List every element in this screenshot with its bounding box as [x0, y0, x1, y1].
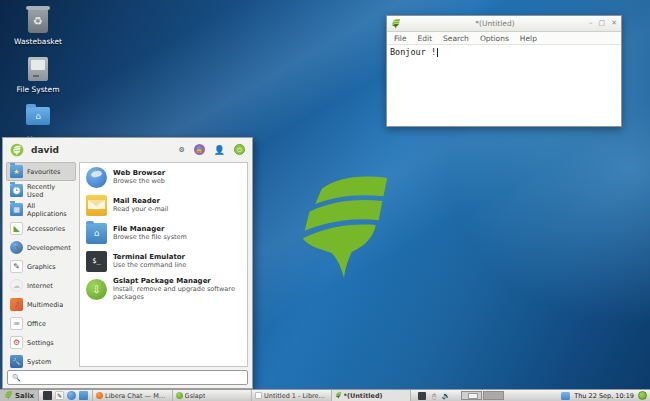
- desktop-icon-wastebasket[interactable]: ♻ Wastebasket: [6, 8, 70, 46]
- display-tray-icon[interactable]: [561, 392, 570, 400]
- graphics-icon: ✎: [10, 260, 23, 273]
- wastebasket-icon: ♻: [25, 9, 51, 35]
- editor-text: Bonjour !: [390, 47, 436, 57]
- editor-launcher-icon[interactable]: ✎: [55, 391, 64, 400]
- applications-menu-button[interactable]: Salix: [0, 390, 39, 401]
- category-favourites[interactable]: ★ Favourites: [6, 162, 76, 181]
- menu-edit[interactable]: Edit: [418, 34, 433, 43]
- username: david: [31, 145, 178, 155]
- taskbar-window-firefox[interactable]: Libera Chat — Mozilla Fi: [93, 390, 173, 401]
- settings-category-icon: ⚙: [10, 336, 23, 349]
- firefox-icon: [96, 392, 103, 399]
- menu-file[interactable]: File: [394, 34, 407, 43]
- lock-screen-icon[interactable]: 🔒: [194, 144, 205, 155]
- editor-text-area[interactable]: Bonjour !: [387, 45, 621, 125]
- application-list: Web Browser Browse the web Mail Reader R…: [79, 162, 248, 367]
- workspace-1[interactable]: [461, 391, 482, 400]
- favourites-icon: ★: [10, 165, 23, 178]
- shutdown-icon[interactable]: ⏻: [234, 144, 245, 155]
- window-list: Libera Chat — Mozilla Fi Gslapt Untitled…: [93, 390, 411, 401]
- app-mail-reader[interactable]: Mail Reader Read your e-mail: [80, 191, 247, 219]
- editor-titlebar[interactable]: *(Untitled) – ▢ ✕: [387, 16, 621, 32]
- category-label: Recently Used: [27, 183, 72, 199]
- volume-icon[interactable]: 🔉: [442, 392, 450, 400]
- menu-header: david ⚙ 🔒 👤 ⏻: [3, 138, 252, 161]
- category-office[interactable]: ≡ Office: [6, 314, 76, 333]
- menu-search[interactable]: Search: [443, 34, 469, 43]
- desktop-icon-file-system[interactable]: File System: [6, 56, 70, 94]
- multimedia-icon: ♪: [10, 298, 23, 311]
- desktop-icon-label: File System: [6, 85, 70, 94]
- salix-leaf-icon: [335, 392, 342, 399]
- app-title: Gslapt Package Manager: [113, 277, 241, 285]
- menu-button-label: Salix: [15, 392, 34, 400]
- menu-help[interactable]: Help: [520, 34, 537, 43]
- salix-logo: [297, 174, 393, 280]
- internet-icon: ☁: [10, 279, 23, 292]
- app-description: Browse the web: [113, 177, 165, 185]
- category-multimedia[interactable]: ♪ Multimedia: [6, 295, 76, 314]
- salix-leaf-icon: [391, 19, 401, 29]
- office-icon: ≡: [10, 317, 23, 330]
- libreoffice-doc-icon: [255, 392, 262, 399]
- gslapt-tray-icon: [176, 392, 183, 399]
- taskbar-window-gslapt[interactable]: Gslapt: [173, 390, 253, 401]
- menu-options[interactable]: Options: [480, 34, 509, 43]
- minimize-icon[interactable]: –: [589, 20, 593, 27]
- category-graphics[interactable]: ✎ Graphics: [6, 257, 76, 276]
- app-file-manager[interactable]: ⌂ File Manager Browse the file system: [80, 219, 247, 247]
- browser-launcher-icon[interactable]: [67, 391, 76, 400]
- category-system[interactable]: 🔧 System: [6, 352, 76, 371]
- workspace-pager: [461, 391, 504, 400]
- category-accessories[interactable]: ◣ Accessories: [6, 219, 76, 238]
- mail-reader-icon: [86, 195, 107, 216]
- app-description: Browse the file system: [113, 233, 187, 241]
- category-label: System: [27, 358, 51, 366]
- editor-menubar: File Edit Search Options Help: [387, 32, 621, 45]
- accessories-icon: ◣: [10, 222, 23, 235]
- tray-app-icon[interactable]: [418, 392, 426, 400]
- clock[interactable]: Thu 22 Sep, 10:19: [574, 392, 634, 400]
- app-web-browser[interactable]: Web Browser Browse the web: [80, 163, 247, 191]
- search-input[interactable]: [24, 372, 243, 383]
- app-terminal-emulator[interactable]: $_ Terminal Emulator Use the command lin…: [80, 247, 247, 275]
- desktop-icon-label: Wastebasket: [6, 37, 70, 46]
- category-label: Internet: [27, 282, 53, 290]
- category-recently-used[interactable]: 🕒 Recently Used: [6, 181, 76, 200]
- mouse-settings-icon[interactable]: 🖰: [430, 392, 438, 400]
- category-all-applications[interactable]: ▦ All Applications: [6, 200, 76, 219]
- menu-search-box[interactable]: 🔍: [7, 370, 248, 385]
- taskbar: Salix ✎ Libera Chat — Mozilla Fi Gslapt …: [0, 389, 650, 401]
- development-icon: 🔨: [10, 241, 23, 254]
- category-internet[interactable]: ☁ Internet: [6, 276, 76, 295]
- category-development[interactable]: 🔨 Development: [6, 238, 76, 257]
- window-title: *(Untitled): [401, 19, 589, 28]
- category-settings[interactable]: ⚙ Settings: [6, 333, 76, 352]
- close-icon[interactable]: ✕: [611, 20, 617, 27]
- app-title: Web Browser: [113, 169, 165, 177]
- app-description: Read your e-mail: [113, 205, 168, 213]
- app-title: Mail Reader: [113, 197, 168, 205]
- taskbar-window-libreoffice[interactable]: Untitled 1 - LibreOffice W: [252, 390, 332, 401]
- category-label: Graphics: [27, 263, 56, 271]
- home-folder-icon: ⌂: [25, 107, 51, 133]
- recently-used-icon: 🕒: [10, 184, 23, 197]
- user-avatar-salix-icon: [10, 143, 24, 157]
- system-icon: 🔧: [10, 355, 23, 368]
- window-button-label: Untitled 1 - LibreOffice W: [264, 392, 328, 400]
- taskbar-right: Thu 22 Sep, 10:19: [561, 391, 650, 400]
- app-description: Install, remove and upgrade software pac…: [113, 285, 241, 301]
- app-gslapt[interactable]: ⇩ Gslapt Package Manager Install, remove…: [80, 275, 247, 303]
- switch-user-icon[interactable]: 👤: [214, 145, 225, 155]
- files-launcher-icon[interactable]: [79, 391, 88, 400]
- update-notifier-icon[interactable]: [638, 391, 647, 400]
- taskbar-window-untitled[interactable]: *(Untitled): [332, 390, 412, 401]
- maximize-icon[interactable]: ▢: [599, 20, 606, 27]
- workspace-2[interactable]: [483, 391, 504, 400]
- terminal-launcher-icon[interactable]: [43, 391, 52, 400]
- quick-launchers: ✎: [39, 390, 93, 401]
- settings-icon[interactable]: ⚙: [178, 146, 184, 154]
- category-label: Favourites: [27, 168, 60, 176]
- app-description: Use the command line: [113, 261, 186, 269]
- salix-menu-icon: [4, 391, 13, 400]
